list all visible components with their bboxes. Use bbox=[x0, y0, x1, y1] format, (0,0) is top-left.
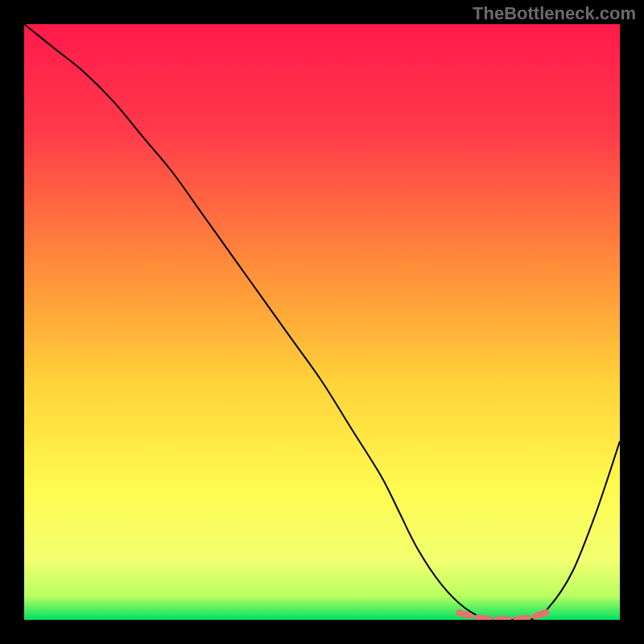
curve-layer bbox=[24, 24, 620, 620]
bottleneck-curve bbox=[24, 24, 620, 620]
watermark-text: TheBottleneck.com bbox=[473, 3, 636, 24]
plot-area bbox=[24, 24, 620, 620]
